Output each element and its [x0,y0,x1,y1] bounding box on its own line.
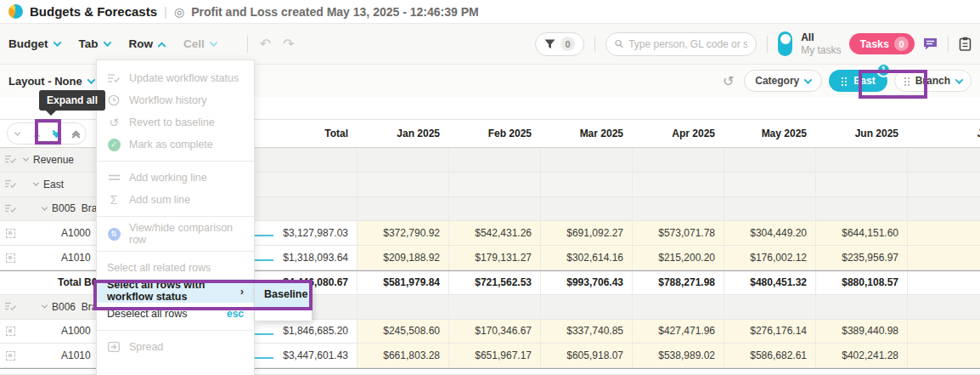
month-cell[interactable]: $235,956.97 [815,246,907,270]
month-cell[interactable]: $337,740.85 [540,320,632,344]
month-cell[interactable]: $170,346.67 [448,320,540,344]
month-cell[interactable]: $644,151.60 [815,221,907,245]
column-header-month: Mar 2025 [540,120,632,147]
menu-item-revert-to-baseline: ↺ Revert to baseline [97,111,254,134]
expand-one-button[interactable] [27,123,47,144]
month-cell[interactable]: $179,131.27 [448,246,540,270]
month-cell[interactable]: $538,989.02 [632,344,724,367]
workflow-status-icon[interactable] [0,295,20,319]
collapse-row-icon[interactable] [23,156,29,162]
workflow-status-icon[interactable] [0,173,20,196]
baseline-indicator [255,357,273,359]
toolbar-divider [247,36,248,53]
month-cell[interactable]: $176,002.12 [724,246,815,270]
month-cell[interactable]: $691,092.27 [540,221,632,245]
month-cell[interactable]: $661,803.28 [357,344,448,367]
month-cell[interactable]: $586,682.61 [724,344,815,367]
toolbar-divider [948,36,949,53]
tasks-scope-toggle[interactable] [778,31,792,56]
month-cell[interactable] [907,246,980,270]
select-row-icon[interactable] [0,246,20,270]
month-cell[interactable]: $372,790.92 [357,221,448,245]
redo-icon: ↷ [283,36,294,52]
total-cell[interactable]: $3,447,601.43 [293,344,357,367]
collapse-one-button[interactable] [8,123,27,144]
total-cell[interactable]: $1,318,093.64 [293,246,357,270]
expand-collapse-controls [7,122,87,145]
funnel-icon [544,39,555,49]
chevron-down-icon [87,76,95,84]
layout-dropdown[interactable]: Layout - None [8,75,94,88]
month-cell[interactable]: $215,200.20 [632,246,724,270]
month-cell[interactable] [907,320,980,344]
menu-item-update-workflow-status: Update workflow status [97,67,254,89]
collapse-row-icon[interactable] [33,180,39,186]
baseline-indicator [255,235,273,236]
workflow-status-icon[interactable] [0,197,20,221]
toggle-knob [780,34,791,44]
workflow-status-icon [107,73,121,83]
comment-icon[interactable] [923,37,938,51]
month-cell[interactable]: $304,449.20 [724,221,815,245]
menu-divider [97,216,254,217]
search-box[interactable] [605,32,757,56]
menu-item-select-all-rows-with-workflow-status[interactable]: Select all rows with workflow status › [97,279,254,303]
filter-button[interactable]: 0 [535,32,584,56]
expand-all-button[interactable] [47,123,66,144]
total-cell[interactable]: $1,846,685.20 [293,320,357,344]
menu-divider [97,251,254,252]
east-filter-chip[interactable]: East 1 [829,70,887,92]
workflow-status-icon[interactable] [0,148,20,172]
tasks-button[interactable]: Tasks 0 [849,33,915,54]
month-cell[interactable]: $245,508.60 [357,320,448,344]
branch-dropdown[interactable]: Branch [894,70,972,92]
column-header-month: Jun 2025 [815,120,907,147]
month-cell[interactable]: $389,440.98 [815,320,907,344]
phocas-logo-icon [8,4,23,19]
menu-divider [97,161,254,162]
month-cell[interactable]: $209,188.92 [357,246,448,270]
month-cell[interactable]: $651,967.17 [448,344,540,367]
month-cell[interactable] [907,344,980,367]
collapse-row-icon[interactable] [42,205,48,211]
collapse-all-button[interactable] [66,123,86,144]
expand-all-tooltip: Expand all [39,90,105,111]
month-cell: $581,979.84 [357,271,448,294]
menu-item-select-all-related-rows: Select all related rows [97,257,254,279]
month-cell: $993,706.43 [540,271,632,294]
month-cell[interactable]: $427,471.96 [632,320,724,344]
toolbar-divider [594,36,595,53]
collapse-row-icon[interactable] [42,303,48,309]
toolbar-divider [767,36,768,53]
month-cell[interactable]: $605,918.07 [540,344,632,367]
column-header-month: Jul 2025 [907,120,980,147]
clipboard-icon[interactable] [959,37,972,51]
menu-row[interactable]: Row [129,37,166,50]
select-row-icon[interactable] [0,344,20,367]
month-cell[interactable] [907,221,980,245]
month-cell[interactable]: $402,241.28 [815,344,907,367]
select-row-icon[interactable] [0,221,20,245]
undo-icon: ↶ [260,36,271,52]
total-cell[interactable]: $3,127,987.03 [293,221,357,245]
row-menu-dropdown: Update workflow status Workflow history … [96,60,255,375]
submenu-item-baseline[interactable]: Baseline [255,281,312,307]
history-icon[interactable]: ↺ [723,73,734,89]
menu-item-mark-as-complete: ✓ Mark as complete [97,134,254,156]
baseline-indicator [255,259,273,261]
select-row-icon[interactable] [0,320,20,344]
search-input[interactable] [628,38,747,50]
menu-item-deselect-all-rows[interactable]: Deselect all rows esc [97,303,254,325]
month-cell[interactable]: $573,071.78 [632,221,724,245]
month-cell[interactable]: $542,431.26 [448,221,540,245]
chevron-down-icon [103,38,111,47]
category-dropdown[interactable]: Category [744,70,822,92]
lines-icon [107,174,121,181]
filter-count-badge: 0 [560,37,575,51]
menu-budget[interactable]: Budget [8,37,60,50]
target-icon: ◎ [174,6,184,18]
month-cell[interactable]: $276,176.14 [724,320,815,344]
month-cell[interactable]: $302,614.16 [540,246,632,270]
column-header-month: May 2025 [724,120,815,147]
menu-tab[interactable]: Tab [79,37,110,50]
